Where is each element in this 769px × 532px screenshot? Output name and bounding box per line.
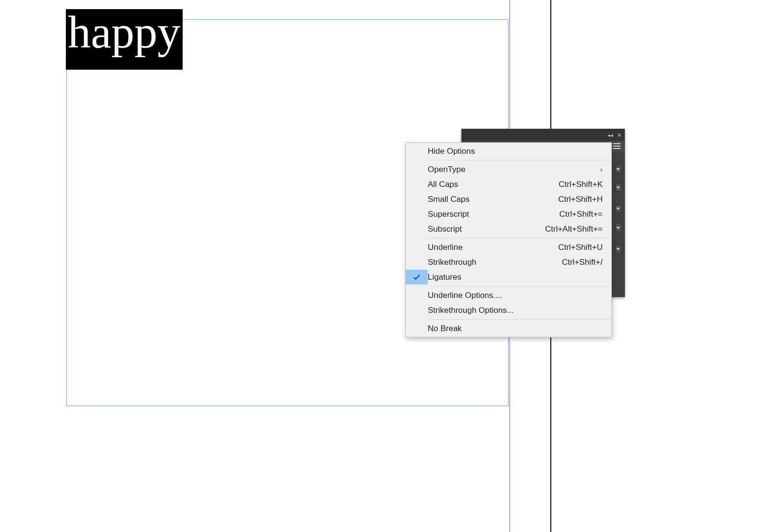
panel-dropdown-peek[interactable]: [615, 183, 622, 192]
menu-item-label: All Caps: [428, 180, 558, 189]
menu-item-underline[interactable]: UnderlineCtrl+Shift+U: [406, 240, 611, 255]
menu-item-shortcut: Ctrl+Shift+U: [558, 243, 603, 252]
menu-item-label: Small Caps: [428, 195, 558, 204]
menu-item-hide-options[interactable]: Hide Options: [406, 144, 611, 159]
menu-item-shortcut: Ctrl+Shift+/: [562, 258, 603, 267]
menu-item-ligatures[interactable]: Ligatures: [406, 270, 611, 285]
character-context-menu: Hide OptionsOpenType›All CapsCtrl+Shift+…: [405, 142, 612, 337]
menu-item-shortcut: Ctrl+Alt+Shift+=: [545, 224, 603, 234]
check-icon: [406, 192, 428, 207]
panel-header: ◂◂ ✕: [462, 129, 624, 141]
check-icon: [406, 270, 428, 285]
panel-menu-icon[interactable]: [611, 141, 622, 152]
menu-item-shortcut: Ctrl+Shift+=: [559, 210, 603, 219]
menu-item-label: Subscript: [428, 224, 545, 234]
menu-item-opentype[interactable]: OpenType›: [406, 162, 611, 177]
menu-item-underline-options[interactable]: Underline Options....: [406, 288, 611, 303]
check-icon: [406, 321, 428, 336]
check-icon: [406, 207, 428, 222]
menu-item-label: Hide Options: [428, 147, 603, 156]
check-icon: [406, 288, 428, 303]
menu-item-label: No Break: [428, 324, 603, 334]
check-icon: [406, 240, 428, 255]
check-icon: [406, 222, 428, 236]
panel-dropdown-peek[interactable]: [615, 223, 622, 232]
panel-dropdown-peek[interactable]: [615, 165, 622, 173]
menu-item-shortcut: Ctrl+Shift+K: [558, 180, 603, 189]
menu-item-label: Strikethrough Options...: [428, 306, 603, 315]
close-icon[interactable]: ✕: [617, 132, 621, 138]
menu-item-label: Strikethrough: [428, 258, 562, 267]
menu-item-superscript[interactable]: SuperscriptCtrl+Shift+=: [406, 207, 611, 222]
menu-item-subscript[interactable]: SubscriptCtrl+Alt+Shift+=: [406, 222, 611, 236]
menu-separator: [428, 319, 611, 320]
menu-separator: [428, 160, 611, 161]
menu-item-label: Superscript: [428, 210, 559, 219]
menu-item-small-caps[interactable]: Small CapsCtrl+Shift+H: [406, 192, 611, 207]
menu-item-no-break[interactable]: No Break: [406, 321, 611, 336]
menu-item-label: Underline: [428, 243, 558, 252]
chevron-right-icon: ›: [596, 165, 603, 174]
menu-item-shortcut: Ctrl+Shift+H: [558, 195, 603, 204]
menu-item-strikethrough-options[interactable]: Strikethrough Options...: [406, 303, 611, 318]
menu-item-label: OpenType: [428, 165, 596, 174]
menu-item-label: Ligatures: [428, 272, 603, 282]
check-icon: [406, 303, 428, 318]
menu-separator: [428, 238, 611, 238]
check-icon: [406, 255, 428, 270]
menu-item-strikethrough[interactable]: StrikethroughCtrl+Shift+/: [406, 255, 611, 270]
menu-item-all-caps[interactable]: All CapsCtrl+Shift+K: [406, 177, 611, 192]
check-icon: [406, 177, 428, 192]
menu-item-label: Underline Options....: [428, 291, 603, 300]
menu-separator: [428, 286, 611, 286]
selected-text[interactable]: happy: [66, 9, 183, 70]
panel-dropdown-peek[interactable]: [615, 245, 622, 253]
check-icon: [406, 162, 428, 177]
panel-dropdown-peek[interactable]: [615, 204, 622, 213]
check-icon: [406, 144, 428, 159]
collapse-icon[interactable]: ◂◂: [608, 132, 613, 138]
